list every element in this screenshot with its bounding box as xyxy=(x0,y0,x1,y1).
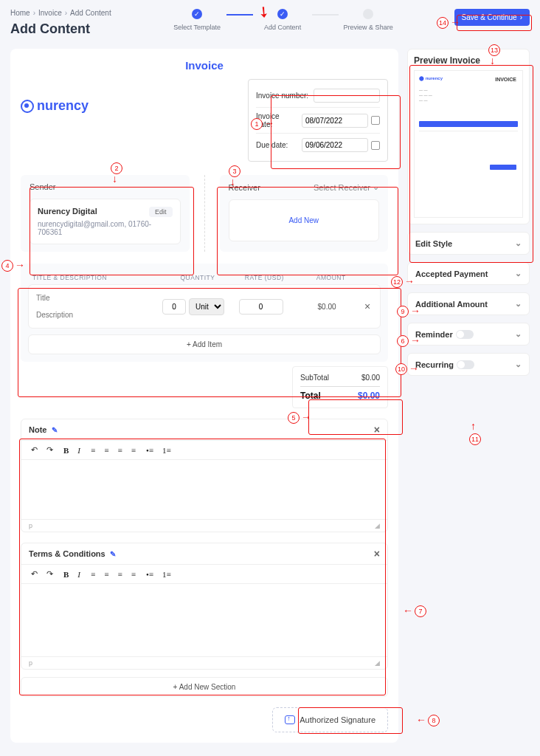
list-number-button[interactable]: 1≡ xyxy=(160,568,173,580)
bc-home[interactable]: Home xyxy=(10,9,30,17)
align-center-button[interactable]: ≡ xyxy=(102,444,111,456)
invoice-number-label: Invoice number: xyxy=(256,92,308,100)
reminder-label: Reminder xyxy=(415,330,453,339)
align-left-button[interactable]: ≡ xyxy=(89,568,97,580)
save-continue-button[interactable]: Save & Continue › xyxy=(454,9,530,26)
subtotal-label: SubTotal xyxy=(300,374,329,382)
terms-textarea[interactable] xyxy=(21,584,387,656)
edit-style-accordion[interactable]: Edit Style ⌄ xyxy=(407,232,530,255)
list-bullet-button[interactable]: •≡ xyxy=(144,568,156,580)
close-icon[interactable]: × xyxy=(374,548,380,560)
step-label: Select Template xyxy=(173,24,221,31)
resize-handle-icon[interactable]: ◢ xyxy=(375,522,380,529)
logo-icon xyxy=(21,100,34,113)
logo-icon: ⬤ nurency xyxy=(419,76,443,80)
italic-button[interactable]: I xyxy=(75,568,83,580)
step-add-content[interactable]: ✓ Add Content xyxy=(253,9,312,31)
note-editor: Note ✎ × ↶ ↷ B I xyxy=(21,419,388,532)
brand-logo: nurency xyxy=(21,98,89,114)
resize-handle-icon[interactable]: ◢ xyxy=(375,659,380,667)
item-amount: $0.00 xyxy=(297,303,356,311)
sender-edit-button[interactable]: Edit xyxy=(149,207,173,217)
item-quantity-input[interactable] xyxy=(162,299,186,315)
pencil-icon[interactable]: ✎ xyxy=(52,426,58,434)
calendar-icon[interactable] xyxy=(371,141,380,150)
align-center-button[interactable]: ≡ xyxy=(102,568,111,580)
remove-item-button[interactable]: × xyxy=(361,300,374,312)
invoice-date-label: Invoice date: xyxy=(256,112,297,128)
bold-button[interactable]: B xyxy=(61,568,71,580)
italic-button[interactable]: I xyxy=(75,444,83,456)
undo-button[interactable]: ↶ xyxy=(29,444,40,456)
undo-button[interactable]: ↶ xyxy=(29,568,40,580)
pencil-icon[interactable]: ✎ xyxy=(110,550,116,558)
align-justify-button[interactable]: ≡ xyxy=(129,568,138,580)
sender-panel: Sender Nurency Digital Edit nurencydigit… xyxy=(21,175,190,252)
check-icon: ✓ xyxy=(192,9,202,19)
invoice-number-input[interactable] xyxy=(314,89,380,103)
line-items-section: TITLE & DESCRIPTION QUANTITY RATE (USD) … xyxy=(21,264,388,362)
step-select-template[interactable]: ✓ Select Template xyxy=(167,9,226,31)
item-title-input[interactable] xyxy=(35,291,158,305)
add-item-button[interactable]: + Add Item xyxy=(28,334,381,354)
note-title: Note xyxy=(29,425,46,434)
receiver-select-dropdown[interactable]: Select Receiver ⌄ xyxy=(314,182,379,192)
line-item-row: Unit $0.00 × xyxy=(28,284,381,329)
terms-editor: Terms & Conditions ✎ × ↶ ↷ B I xyxy=(21,543,388,670)
sender-title: Sender xyxy=(30,182,55,191)
item-rate-input[interactable] xyxy=(239,299,283,315)
step-label: Add Content xyxy=(264,24,301,31)
terms-toolbar: ↶ ↷ B I ≡ ≡ ≡ ≡ xyxy=(21,564,387,584)
authorized-signature-button[interactable]: Authorized Signature xyxy=(272,707,388,732)
redo-button[interactable]: ↷ xyxy=(44,568,55,580)
th-title: TITLE & DESCRIPTION xyxy=(32,274,166,281)
recurring-accordion[interactable]: Recurring ⌄ xyxy=(407,353,530,376)
preview-thumbnail[interactable]: ⬤ nurency INVOICE — —— — —— — xyxy=(414,70,523,218)
item-unit-select[interactable]: Unit xyxy=(189,298,224,315)
step-connector xyxy=(226,14,253,16)
logo-text: nurency xyxy=(37,98,89,114)
receiver-panel: Receiver Select Receiver ⌄ Add New xyxy=(220,175,389,252)
calendar-icon[interactable] xyxy=(371,116,380,125)
step-preview-share[interactable]: Preview & Share xyxy=(339,9,398,31)
recurring-label: Recurring xyxy=(415,360,454,369)
chevron-down-icon: ⌄ xyxy=(373,182,379,192)
path-indicator: p xyxy=(29,522,32,529)
additional-amount-accordion[interactable]: Additional Amount ⌄ xyxy=(407,292,530,315)
total-value: $0.00 xyxy=(358,391,380,401)
item-description-input[interactable] xyxy=(35,308,158,322)
bc-current: Add Content xyxy=(70,9,111,17)
invoice-date-input[interactable] xyxy=(302,114,368,128)
subtotal-value: $0.00 xyxy=(361,374,380,382)
align-right-button[interactable]: ≡ xyxy=(115,568,124,580)
accepted-payment-label: Accepted Payment xyxy=(415,269,488,278)
th-quantity: QUANTITY xyxy=(166,274,229,281)
recurring-toggle[interactable] xyxy=(457,360,474,369)
signature-label: Authorized Signature xyxy=(300,715,375,724)
reminder-toggle[interactable] xyxy=(456,330,474,339)
receiver-add-new-button[interactable]: Add New xyxy=(237,207,372,233)
chevron-down-icon: ⌄ xyxy=(515,299,522,309)
accepted-payment-accordion[interactable]: Accepted Payment ⌄ xyxy=(407,262,530,285)
reminder-accordion[interactable]: Reminder ⌄ xyxy=(407,323,530,346)
redo-button[interactable]: ↷ xyxy=(44,444,55,456)
align-right-button[interactable]: ≡ xyxy=(115,444,124,456)
chevron-down-icon: ⌄ xyxy=(515,329,522,339)
circle-icon xyxy=(363,9,373,19)
breadcrumb: Home › Invoice › Add Content xyxy=(10,9,111,17)
list-bullet-button[interactable]: •≡ xyxy=(144,444,156,456)
note-toolbar: ↶ ↷ B I ≡ ≡ ≡ ≡ xyxy=(21,440,387,460)
bc-invoice[interactable]: Invoice xyxy=(38,9,62,17)
due-date-input[interactable] xyxy=(302,138,368,152)
list-number-button[interactable]: 1≡ xyxy=(160,444,173,456)
th-amount: AMOUNT xyxy=(300,274,363,281)
th-rate: RATE (USD) xyxy=(229,274,299,281)
align-left-button[interactable]: ≡ xyxy=(89,444,97,456)
bold-button[interactable]: B xyxy=(61,444,71,456)
chevron-down-icon: ⌄ xyxy=(515,238,522,248)
add-section-button[interactable]: + Add New Section xyxy=(21,677,388,697)
invoice-heading: Invoice xyxy=(21,59,388,72)
note-textarea[interactable] xyxy=(21,460,387,519)
align-justify-button[interactable]: ≡ xyxy=(129,444,138,456)
close-icon[interactable]: × xyxy=(374,424,380,436)
